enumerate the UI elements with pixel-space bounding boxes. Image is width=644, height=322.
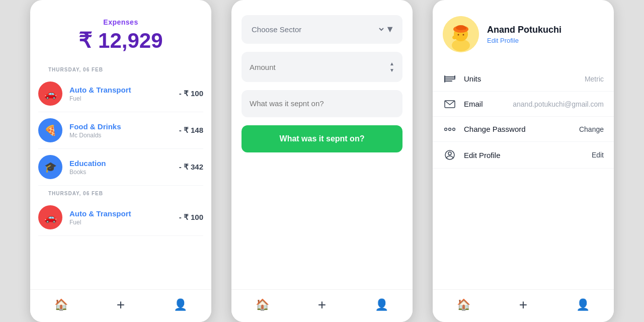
transaction-amount: - ₹ 100 (179, 213, 203, 222)
expenses-header: Expenses ₹ 12,929 (30, 0, 211, 62)
transaction-name: Auto & Transport (69, 86, 179, 94)
profile-icon[interactable]: 👤 (576, 298, 590, 311)
home-icon[interactable]: 🏠 (256, 298, 269, 311)
transaction-name: Auto & Transport (69, 209, 179, 218)
list-item: Units Metric (433, 66, 614, 92)
note-field[interactable] (242, 90, 403, 117)
svg-point-16 (449, 128, 451, 130)
edit-profile-label: Edit Profile (464, 151, 592, 159)
avatar (443, 16, 479, 52)
education-icon: 🎓 (38, 155, 62, 179)
svg-point-15 (445, 128, 447, 130)
note-input[interactable] (250, 99, 394, 108)
transaction-name: Education (69, 159, 179, 168)
transaction-name: Food & Drinks (69, 122, 179, 131)
expenses-amount: ₹ 12,929 (30, 28, 211, 53)
home-icon[interactable]: 🏠 (457, 298, 470, 311)
amount-row[interactable]: ▲ ▼ (242, 52, 403, 82)
email-icon (443, 100, 457, 108)
transaction-sub: Fuel (69, 219, 179, 226)
auto-transport-icon-2: 🚗 (38, 205, 62, 229)
add-icon[interactable]: + (117, 297, 125, 313)
expenses-label: Expenses (30, 18, 211, 26)
transaction-sub: Books (69, 169, 179, 176)
svg-rect-10 (444, 78, 455, 79)
table-row: 🚗 Auto & Transport Fuel - ₹ 100 (38, 75, 203, 112)
list-item: Email anand.potukuchi@gmail.com (433, 92, 614, 117)
date-label-1: THURSDAY, 06 FEB (48, 67, 193, 72)
edit-profile-action[interactable]: Edit (592, 151, 604, 159)
profile-name: Anand Potukuchi (487, 25, 561, 35)
amount-up-icon[interactable]: ▲ (389, 61, 394, 66)
svg-rect-13 (454, 75, 455, 78)
date-section-2: THURSDAY, 06 FEB (38, 186, 203, 199)
bottom-nav-3: 🏠 + 👤 (433, 289, 614, 322)
amount-down-icon[interactable]: ▼ (389, 67, 394, 73)
profile-icon[interactable]: 👤 (174, 298, 187, 311)
svg-rect-11 (444, 80, 452, 82)
table-row: 🎓 Education Books - ₹ 342 (38, 149, 203, 186)
phone-profile: Anand Potukuchi Edit Profile Units Metri (433, 0, 614, 322)
home-icon[interactable]: 🏠 (54, 298, 68, 311)
svg-point-17 (453, 128, 455, 130)
table-row: 🚗 Auto & Transport Fuel - ₹ 100 (38, 199, 203, 236)
svg-point-5 (463, 27, 466, 30)
chevron-down-icon: ▼ (385, 24, 394, 35)
units-label: Units (464, 74, 585, 83)
bottom-nav-2: 🏠 + 👤 (231, 289, 413, 322)
auto-transport-icon: 🚗 (38, 82, 62, 106)
submit-button[interactable]: What was it sepnt on? (242, 125, 403, 152)
profile-header: Anand Potukuchi Edit Profile (433, 0, 614, 62)
svg-rect-12 (444, 75, 445, 83)
phones-container: Expenses ₹ 12,929 THURSDAY, 06 FEB 🚗 Aut… (0, 0, 644, 322)
svg-rect-9 (444, 76, 455, 77)
transaction-list: THURSDAY, 06 FEB 🚗 Auto & Transport Fuel… (30, 62, 211, 289)
transaction-amount: - ₹ 342 (179, 163, 203, 172)
sector-select[interactable]: Choose Sector (250, 25, 385, 34)
transaction-info: Food & Drinks Mc Donalds (69, 122, 179, 139)
amount-input[interactable] (250, 63, 389, 71)
list-item: Change Password Change (433, 117, 614, 142)
sector-dropdown-row[interactable]: Choose Sector ▼ (242, 15, 403, 44)
svg-point-19 (448, 152, 451, 155)
table-row: 🍕 Food & Drinks Mc Donalds - ₹ 148 (38, 112, 203, 149)
svg-point-6 (458, 34, 459, 36)
transaction-info: Education Books (69, 159, 179, 176)
transaction-info: Auto & Transport Fuel (69, 209, 179, 226)
transaction-sub: Mc Donalds (69, 132, 179, 139)
date-section-1: THURSDAY, 06 FEB (38, 62, 203, 75)
phone-add-expense: Choose Sector ▼ ▲ ▼ What was it sepnt on… (231, 0, 413, 322)
units-value: Metric (585, 75, 604, 83)
add-icon[interactable]: + (519, 297, 527, 313)
svg-point-7 (463, 34, 464, 36)
transaction-info: Auto & Transport Fuel (69, 86, 179, 102)
profile-name-block: Anand Potukuchi Edit Profile (487, 25, 561, 44)
list-item: Edit Profile Edit (433, 142, 614, 169)
transaction-amount: - ₹ 100 (179, 89, 203, 98)
add-icon[interactable]: + (318, 297, 326, 313)
profile-menu: Units Metric Email anand.potukuchi@gmail… (433, 62, 614, 289)
amount-stepper[interactable]: ▲ ▼ (389, 61, 394, 73)
units-icon (443, 75, 457, 83)
change-password-action[interactable]: Change (579, 125, 604, 133)
food-drinks-icon: 🍕 (38, 118, 62, 142)
date-label-2: THURSDAY, 06 FEB (48, 191, 193, 196)
bottom-nav-1: 🏠 + 👤 (30, 289, 211, 322)
edit-profile-link[interactable]: Edit Profile (487, 37, 561, 44)
email-label: Email (464, 100, 513, 108)
transaction-sub: Fuel (69, 95, 179, 102)
change-password-label: Change Password (464, 125, 579, 133)
profile-icon[interactable]: 👤 (375, 298, 388, 311)
password-icon (443, 126, 457, 132)
transaction-amount: - ₹ 148 (179, 126, 203, 135)
edit-profile-icon (443, 150, 457, 160)
email-value: anand.potukuchi@gmail.com (513, 100, 604, 108)
phone-expenses: Expenses ₹ 12,929 THURSDAY, 06 FEB 🚗 Aut… (30, 0, 211, 322)
add-expense-body: Choose Sector ▼ ▲ ▼ What was it sepnt on… (231, 0, 413, 289)
